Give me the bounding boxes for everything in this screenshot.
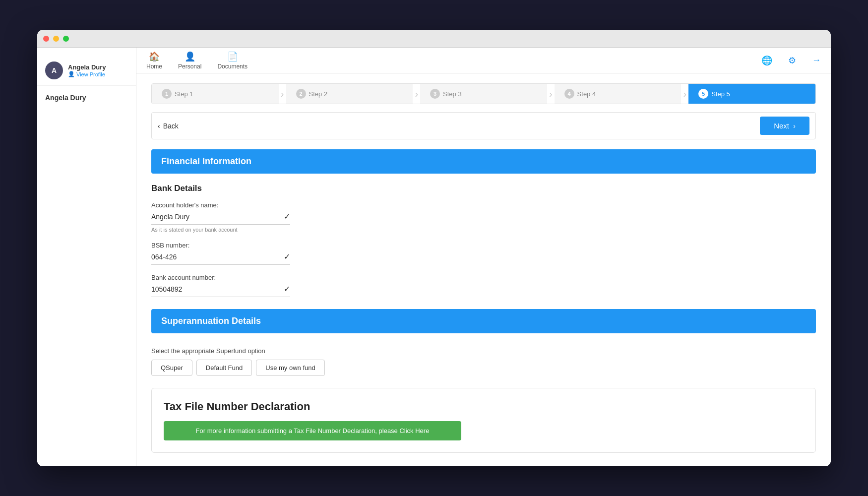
step-arrow-3: › — [547, 88, 555, 100]
bsb-group: BSB number: ✓ — [151, 242, 816, 265]
next-button[interactable]: Next › — [760, 117, 809, 135]
bsb-label: BSB number: — [151, 242, 816, 249]
browser-chrome — [37, 30, 831, 48]
step-arrow-4: › — [681, 88, 688, 100]
bank-details-section: Bank Details Account holder's name: ✓ As… — [151, 184, 816, 297]
step-arrow-1: › — [279, 88, 286, 100]
qsuper-option[interactable]: QSuper — [151, 360, 192, 376]
step-1-label: Step 1 — [175, 90, 193, 98]
view-profile-link[interactable]: 👤 View Profile — [68, 71, 106, 77]
super-details-title: Superannuation Details — [161, 316, 261, 326]
browser-window: A Angela Dury 👤 View Profile Angela Dury… — [37, 30, 831, 466]
step-3-label: Step 3 — [443, 90, 462, 98]
browser-body: A Angela Dury 👤 View Profile Angela Dury… — [37, 48, 831, 466]
step-5[interactable]: 5 Step 5 — [688, 84, 815, 104]
account-holder-hint: As it is stated on your bank account — [151, 227, 816, 233]
next-label: Next — [774, 122, 789, 130]
nav-documents[interactable]: 📄 Documents — [217, 51, 248, 70]
bank-details-title: Bank Details — [151, 184, 816, 193]
home-icon: 🏠 — [149, 51, 160, 62]
user-profile: A Angela Dury 👤 View Profile — [37, 56, 136, 86]
next-arrow-icon: › — [793, 122, 796, 130]
step-3-num: 3 — [430, 89, 440, 99]
tfn-link-button[interactable]: For more information submitting a Tax Fi… — [164, 421, 461, 440]
main-content: 🏠 Home 👤 Personal 📄 Documents 🌐 ⚙ → — [136, 48, 831, 466]
super-details-header: Superannuation Details — [151, 309, 816, 333]
step-4-num: 4 — [564, 89, 574, 99]
account-holder-input[interactable] — [151, 213, 284, 221]
steps-bar: 1 Step 1 › 2 Step 2 › 3 Step 3 › — [151, 83, 816, 104]
tfn-section: Tax File Number Declaration For more inf… — [151, 388, 816, 453]
bank-account-input[interactable] — [151, 285, 284, 293]
sidebar-username: Angela Dury — [37, 86, 136, 110]
nav-home-label: Home — [146, 63, 162, 70]
documents-icon: 📄 — [227, 51, 238, 62]
bsb-input-wrapper: ✓ — [151, 252, 290, 265]
step-4-label: Step 4 — [577, 90, 596, 98]
bsb-input[interactable] — [151, 253, 284, 261]
personal-icon: 👤 — [185, 51, 195, 62]
bank-account-input-wrapper: ✓ — [151, 284, 290, 297]
nav-home[interactable]: 🏠 Home — [146, 51, 162, 70]
step-2[interactable]: 2 Step 2 — [286, 84, 413, 104]
content-area: 1 Step 1 › 2 Step 2 › 3 Step 3 › — [136, 73, 831, 466]
nav-personal-label: Personal — [178, 63, 201, 70]
close-dot[interactable] — [43, 36, 49, 42]
top-nav: 🏠 Home 👤 Personal 📄 Documents 🌐 ⚙ → — [136, 48, 831, 73]
bank-account-check-icon: ✓ — [284, 284, 290, 294]
financial-info-header: Financial Information — [151, 149, 816, 174]
step-1-num: 1 — [162, 89, 172, 99]
fullscreen-dot[interactable] — [63, 36, 69, 42]
account-holder-label: Account holder's name: — [151, 201, 816, 209]
financial-info-title: Financial Information — [161, 156, 251, 166]
back-arrow-icon: ‹ — [158, 122, 160, 130]
bank-account-label: Bank account number: — [151, 274, 816, 281]
nav-personal[interactable]: 👤 Personal — [178, 51, 201, 70]
default-fund-option[interactable]: Default Fund — [196, 360, 252, 376]
step-2-label: Step 2 — [309, 90, 328, 98]
super-options-group: QSuper Default Fund Use my own fund — [151, 360, 816, 376]
step-3[interactable]: 3 Step 3 — [420, 84, 547, 104]
globe-icon[interactable]: 🌐 — [761, 55, 772, 66]
step-1[interactable]: 1 Step 1 — [152, 84, 279, 104]
super-options-section: Select the appropriate Superfund option … — [151, 343, 816, 380]
step-4[interactable]: 4 Step 4 — [555, 84, 682, 104]
account-holder-input-wrapper: ✓ — [151, 212, 290, 225]
back-label: Back — [163, 122, 179, 130]
step-5-label: Step 5 — [711, 90, 730, 98]
account-holder-group: Account holder's name: ✓ As it is stated… — [151, 201, 816, 233]
step-arrow-2: › — [413, 88, 420, 100]
back-button[interactable]: ‹ Back — [158, 122, 179, 130]
super-select-label: Select the appropriate Superfund option — [151, 347, 816, 355]
tfn-title: Tax File Number Declaration — [164, 400, 804, 413]
step-5-num: 5 — [698, 89, 708, 99]
nav-buttons: ‹ Back Next › — [151, 112, 816, 139]
logout-icon[interactable]: → — [812, 55, 821, 65]
minimize-dot[interactable] — [53, 36, 59, 42]
user-name: Angela Dury — [68, 63, 106, 71]
settings-icon[interactable]: ⚙ — [788, 55, 796, 66]
sidebar: A Angela Dury 👤 View Profile Angela Dury — [37, 48, 136, 466]
bank-account-group: Bank account number: ✓ — [151, 274, 816, 297]
account-holder-check-icon: ✓ — [284, 212, 290, 221]
bsb-check-icon: ✓ — [284, 252, 290, 261]
step-2-num: 2 — [296, 89, 306, 99]
own-fund-option[interactable]: Use my own fund — [256, 360, 324, 376]
nav-documents-label: Documents — [217, 63, 248, 70]
avatar: A — [45, 62, 63, 79]
